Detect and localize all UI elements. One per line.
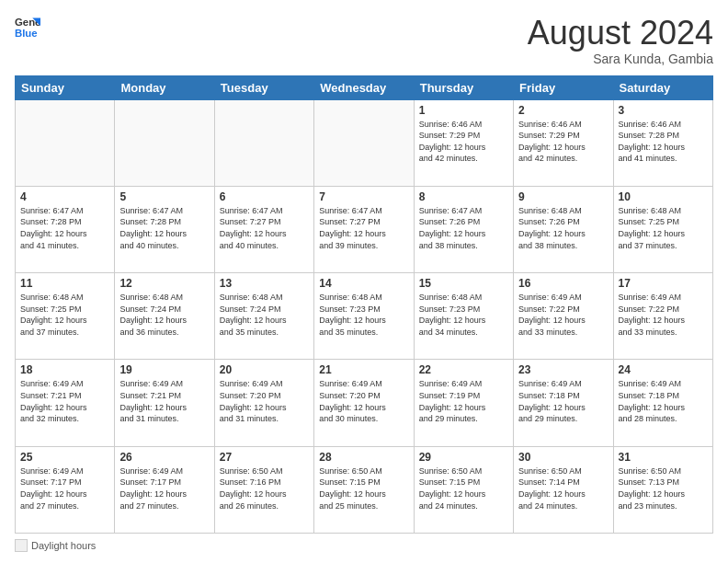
- month-title: August 2024: [528, 15, 713, 52]
- calendar-cell: 30Sunrise: 6:50 AM Sunset: 7:14 PM Dayli…: [514, 446, 613, 533]
- calendar-cell: 4Sunrise: 6:47 AM Sunset: 7:28 PM Daylig…: [16, 186, 115, 272]
- day-info: Sunrise: 6:49 AM Sunset: 7:17 PM Dayligh…: [119, 465, 209, 511]
- day-number: 29: [419, 451, 508, 464]
- calendar-cell: [115, 99, 214, 186]
- day-info: Sunrise: 6:48 AM Sunset: 7:25 PM Dayligh…: [20, 292, 109, 338]
- day-number: 6: [220, 190, 309, 203]
- calendar-cell: [214, 99, 313, 186]
- day-number: 27: [220, 451, 309, 464]
- day-info: Sunrise: 6:46 AM Sunset: 7:29 PM Dayligh…: [518, 119, 608, 165]
- day-info: Sunrise: 6:48 AM Sunset: 7:25 PM Dayligh…: [619, 205, 708, 251]
- day-info: Sunrise: 6:47 AM Sunset: 7:28 PM Dayligh…: [20, 205, 109, 251]
- weekday-header: Saturday: [613, 75, 712, 99]
- day-number: 1: [419, 104, 508, 117]
- day-info: Sunrise: 6:47 AM Sunset: 7:27 PM Dayligh…: [319, 205, 408, 251]
- calendar-cell: [16, 99, 115, 186]
- day-number: 12: [119, 277, 209, 290]
- calendar-week-row: 1Sunrise: 6:46 AM Sunset: 7:29 PM Daylig…: [16, 99, 713, 186]
- location-subtitle: Sara Kunda, Gambia: [528, 52, 713, 66]
- day-number: 30: [518, 451, 608, 464]
- calendar-week-row: 18Sunrise: 6:49 AM Sunset: 7:21 PM Dayli…: [16, 360, 713, 446]
- day-number: 28: [319, 451, 408, 464]
- day-number: 16: [518, 277, 608, 290]
- calendar-cell: 25Sunrise: 6:49 AM Sunset: 7:17 PM Dayli…: [16, 446, 115, 533]
- day-info: Sunrise: 6:50 AM Sunset: 7:15 PM Dayligh…: [419, 465, 508, 511]
- header: General Blue August 2024 Sara Kunda, Gam…: [15, 15, 713, 66]
- day-number: 17: [619, 277, 708, 290]
- weekday-header: Tuesday: [214, 75, 313, 99]
- day-number: 23: [518, 363, 608, 376]
- title-section: August 2024 Sara Kunda, Gambia: [528, 15, 713, 66]
- day-number: 15: [419, 277, 508, 290]
- day-number: 25: [20, 451, 109, 464]
- day-info: Sunrise: 6:48 AM Sunset: 7:26 PM Dayligh…: [518, 205, 608, 251]
- day-info: Sunrise: 6:50 AM Sunset: 7:13 PM Dayligh…: [619, 465, 708, 511]
- day-info: Sunrise: 6:49 AM Sunset: 7:17 PM Dayligh…: [20, 465, 109, 511]
- day-info: Sunrise: 6:49 AM Sunset: 7:21 PM Dayligh…: [119, 378, 209, 424]
- calendar-cell: 2Sunrise: 6:46 AM Sunset: 7:29 PM Daylig…: [514, 99, 613, 186]
- calendar-cell: 11Sunrise: 6:48 AM Sunset: 7:25 PM Dayli…: [16, 273, 115, 360]
- day-number: 8: [419, 190, 508, 203]
- day-number: 21: [319, 363, 408, 376]
- calendar-cell: 3Sunrise: 6:46 AM Sunset: 7:28 PM Daylig…: [613, 99, 712, 186]
- day-info: Sunrise: 6:48 AM Sunset: 7:24 PM Dayligh…: [220, 292, 309, 338]
- day-info: Sunrise: 6:49 AM Sunset: 7:19 PM Dayligh…: [419, 378, 508, 424]
- weekday-header: Sunday: [16, 75, 115, 99]
- day-info: Sunrise: 6:49 AM Sunset: 7:21 PM Dayligh…: [20, 378, 109, 424]
- day-info: Sunrise: 6:47 AM Sunset: 7:27 PM Dayligh…: [220, 205, 309, 251]
- logo-icon: General Blue: [15, 15, 40, 40]
- calendar-cell: 18Sunrise: 6:49 AM Sunset: 7:21 PM Dayli…: [16, 360, 115, 446]
- day-info: Sunrise: 6:50 AM Sunset: 7:16 PM Dayligh…: [220, 465, 309, 511]
- day-number: 3: [619, 104, 708, 117]
- calendar-cell: 9Sunrise: 6:48 AM Sunset: 7:26 PM Daylig…: [514, 186, 613, 272]
- calendar-cell: 8Sunrise: 6:47 AM Sunset: 7:26 PM Daylig…: [414, 186, 513, 272]
- day-number: 5: [119, 190, 209, 203]
- weekday-header: Thursday: [414, 75, 513, 99]
- page: General Blue August 2024 Sara Kunda, Gam…: [0, 0, 728, 563]
- logo: General Blue: [15, 15, 40, 40]
- day-number: 9: [518, 190, 608, 203]
- day-number: 10: [619, 190, 708, 203]
- calendar-cell: 1Sunrise: 6:46 AM Sunset: 7:29 PM Daylig…: [414, 99, 513, 186]
- calendar-cell: 27Sunrise: 6:50 AM Sunset: 7:16 PM Dayli…: [214, 446, 313, 533]
- day-number: 7: [319, 190, 408, 203]
- calendar-week-row: 11Sunrise: 6:48 AM Sunset: 7:25 PM Dayli…: [16, 273, 713, 360]
- day-info: Sunrise: 6:50 AM Sunset: 7:15 PM Dayligh…: [319, 465, 408, 511]
- day-info: Sunrise: 6:50 AM Sunset: 7:14 PM Dayligh…: [518, 465, 608, 511]
- calendar-cell: 26Sunrise: 6:49 AM Sunset: 7:17 PM Dayli…: [115, 446, 214, 533]
- day-info: Sunrise: 6:49 AM Sunset: 7:18 PM Dayligh…: [518, 378, 608, 424]
- calendar-cell: 19Sunrise: 6:49 AM Sunset: 7:21 PM Dayli…: [115, 360, 214, 446]
- calendar-cell: 15Sunrise: 6:48 AM Sunset: 7:23 PM Dayli…: [414, 273, 513, 360]
- day-info: Sunrise: 6:49 AM Sunset: 7:18 PM Dayligh…: [619, 378, 708, 424]
- calendar-cell: 22Sunrise: 6:49 AM Sunset: 7:19 PM Dayli…: [414, 360, 513, 446]
- calendar-cell: 20Sunrise: 6:49 AM Sunset: 7:20 PM Dayli…: [214, 360, 313, 446]
- day-info: Sunrise: 6:48 AM Sunset: 7:23 PM Dayligh…: [419, 292, 508, 338]
- calendar-week-row: 25Sunrise: 6:49 AM Sunset: 7:17 PM Dayli…: [16, 446, 713, 533]
- calendar-cell: 17Sunrise: 6:49 AM Sunset: 7:22 PM Dayli…: [613, 273, 712, 360]
- calendar-cell: 14Sunrise: 6:48 AM Sunset: 7:23 PM Dayli…: [314, 273, 414, 360]
- day-info: Sunrise: 6:49 AM Sunset: 7:20 PM Dayligh…: [319, 378, 408, 424]
- calendar-cell: [314, 99, 414, 186]
- day-number: 18: [20, 363, 109, 376]
- calendar-cell: 16Sunrise: 6:49 AM Sunset: 7:22 PM Dayli…: [514, 273, 613, 360]
- day-number: 24: [619, 363, 708, 376]
- calendar-cell: 24Sunrise: 6:49 AM Sunset: 7:18 PM Dayli…: [613, 360, 712, 446]
- calendar-cell: 13Sunrise: 6:48 AM Sunset: 7:24 PM Dayli…: [214, 273, 313, 360]
- calendar-header-row: SundayMondayTuesdayWednesdayThursdayFrid…: [16, 75, 713, 99]
- day-number: 31: [619, 451, 708, 464]
- day-info: Sunrise: 6:47 AM Sunset: 7:26 PM Dayligh…: [419, 205, 508, 251]
- calendar-week-row: 4Sunrise: 6:47 AM Sunset: 7:28 PM Daylig…: [16, 186, 713, 272]
- day-info: Sunrise: 6:47 AM Sunset: 7:28 PM Dayligh…: [119, 205, 209, 251]
- day-info: Sunrise: 6:49 AM Sunset: 7:20 PM Dayligh…: [220, 378, 309, 424]
- day-info: Sunrise: 6:49 AM Sunset: 7:22 PM Dayligh…: [619, 292, 708, 338]
- day-number: 2: [518, 104, 608, 117]
- calendar-cell: 7Sunrise: 6:47 AM Sunset: 7:27 PM Daylig…: [314, 186, 414, 272]
- day-number: 22: [419, 363, 508, 376]
- day-number: 19: [119, 363, 209, 376]
- day-info: Sunrise: 6:48 AM Sunset: 7:24 PM Dayligh…: [119, 292, 209, 338]
- weekday-header: Friday: [514, 75, 613, 99]
- day-number: 4: [20, 190, 109, 203]
- daylight-box: [15, 539, 28, 552]
- footer: Daylight hours: [15, 539, 713, 552]
- calendar-cell: 29Sunrise: 6:50 AM Sunset: 7:15 PM Dayli…: [414, 446, 513, 533]
